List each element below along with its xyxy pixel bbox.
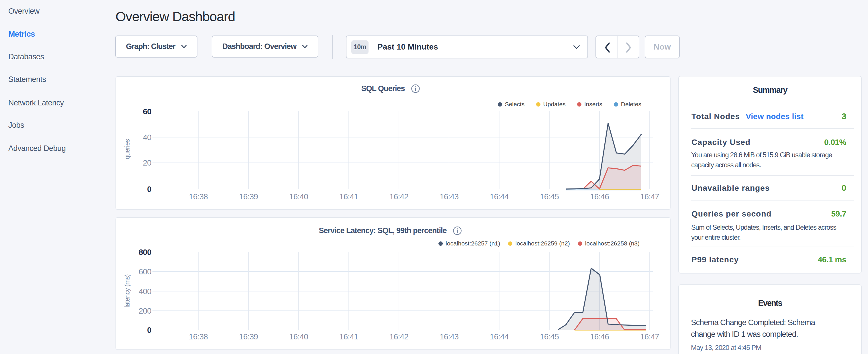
svg-text:0: 0 [147,185,151,194]
svg-text:200: 200 [139,307,152,315]
svg-text:16:46: 16:46 [590,192,609,201]
svg-text:queries: queries [124,139,131,159]
svg-text:16:40: 16:40 [289,332,308,341]
svg-text:16:45: 16:45 [540,192,559,201]
svg-text:16:43: 16:43 [440,332,459,341]
svg-text:40: 40 [143,133,151,142]
svg-text:16:42: 16:42 [390,192,408,201]
svg-text:16:43: 16:43 [440,192,459,201]
svg-text:0: 0 [147,326,151,334]
svg-text:800: 800 [139,248,152,257]
svg-text:20: 20 [143,158,151,167]
svg-text:16:38: 16:38 [189,332,208,341]
svg-text:600: 600 [139,267,152,276]
svg-text:400: 400 [139,287,152,296]
svg-text:16:41: 16:41 [339,332,358,341]
svg-text:16:42: 16:42 [390,332,408,341]
svg-text:16:45: 16:45 [540,332,559,341]
svg-text:16:47: 16:47 [640,192,659,201]
svg-text:16:41: 16:41 [339,192,358,201]
svg-text:latency (ms): latency (ms) [124,275,131,308]
svg-text:60: 60 [143,107,151,116]
svg-text:16:44: 16:44 [490,192,509,201]
svg-text:16:40: 16:40 [289,192,308,201]
svg-text:16:38: 16:38 [189,192,208,201]
svg-text:16:39: 16:39 [239,192,258,201]
svg-text:16:46: 16:46 [590,332,609,341]
svg-text:16:44: 16:44 [490,332,509,341]
svg-text:16:47: 16:47 [640,332,659,341]
svg-text:16:39: 16:39 [239,332,258,341]
